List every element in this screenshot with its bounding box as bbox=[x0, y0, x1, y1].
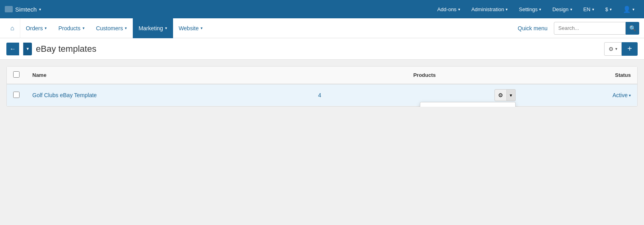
nav-settings[interactable]: Settings ▾ bbox=[514, 4, 546, 15]
nav-customers[interactable]: Customers ▾ bbox=[91, 18, 133, 38]
gear-caret: ▾ bbox=[615, 47, 617, 51]
back-dropdown-button[interactable]: ▼ bbox=[23, 43, 32, 55]
products-caret: ▾ bbox=[83, 26, 85, 30]
nav-marketing[interactable]: Marketing ▾ bbox=[133, 18, 173, 38]
nav-administration[interactable]: Administration ▾ bbox=[467, 4, 512, 15]
grid-icon bbox=[5, 6, 13, 12]
top-bar: Simtech ▾ Add-ons ▾ Administration ▾ Set… bbox=[0, 0, 644, 18]
nav-addons[interactable]: Add-ons ▾ bbox=[432, 4, 465, 15]
menu-item-export[interactable]: Export/Revise products on eBay bbox=[420, 102, 515, 107]
account-icon: 👤 bbox=[623, 6, 631, 13]
customers-caret: ▾ bbox=[125, 26, 127, 30]
row-name-cell: Golf Clubs eBay Template bbox=[26, 84, 312, 106]
table-row: Golf Clubs eBay Template 4 ⚙ ▼ bbox=[7, 84, 637, 106]
search-input[interactable] bbox=[554, 22, 626, 35]
status-active[interactable]: Active ▾ bbox=[528, 92, 631, 98]
gear-add-group: ⚙ ▾ + bbox=[604, 42, 638, 56]
template-name-link[interactable]: Golf Clubs eBay Template bbox=[32, 92, 97, 98]
language-caret: ▾ bbox=[592, 7, 594, 12]
row-checkbox[interactable] bbox=[13, 92, 20, 98]
status-caret: ▾ bbox=[629, 93, 631, 98]
gear-button[interactable]: ⚙ ▾ bbox=[604, 42, 622, 56]
nav-products[interactable]: Products ▾ bbox=[53, 18, 90, 38]
marketing-caret: ▾ bbox=[165, 26, 167, 30]
row-status-cell: Active ▾ bbox=[522, 84, 637, 106]
actions-column-header bbox=[442, 67, 522, 84]
design-caret: ▾ bbox=[570, 7, 572, 12]
nav-language[interactable]: EN ▾ bbox=[579, 4, 599, 15]
top-bar-right: Add-ons ▾ Administration ▾ Settings ▾ De… bbox=[432, 3, 639, 16]
status-column-header: Status bbox=[522, 67, 637, 84]
row-dropdown-menu: Export/Revise products on eBay End eBay … bbox=[420, 102, 516, 107]
table-header-row: Name Products Status bbox=[7, 67, 637, 84]
name-column-header: Name bbox=[26, 67, 312, 84]
nav-website[interactable]: Website ▾ bbox=[173, 18, 209, 38]
plus-icon: + bbox=[627, 44, 632, 53]
nav-currency[interactable]: $ ▾ bbox=[601, 4, 616, 15]
orders-caret: ▾ bbox=[45, 26, 47, 30]
page-title: eBay templates bbox=[36, 44, 600, 54]
products-column-header: Products bbox=[312, 67, 442, 84]
brand-name: Simtech bbox=[15, 6, 37, 13]
row-gear-button[interactable]: ⚙ bbox=[494, 89, 507, 101]
row-gear-group: ⚙ ▼ Export/Revise products on eBay End e… bbox=[449, 89, 516, 101]
ebay-templates-table: Name Products Status bbox=[7, 67, 637, 106]
table-container: Name Products Status bbox=[6, 66, 638, 107]
select-all-checkbox[interactable] bbox=[13, 71, 20, 78]
row-gear-caret-button[interactable]: ▼ bbox=[507, 89, 516, 101]
currency-caret: ▾ bbox=[610, 7, 612, 12]
nav-design[interactable]: Design ▾ bbox=[547, 4, 577, 15]
row-gear-icon: ⚙ bbox=[498, 92, 503, 98]
brand-caret: ▾ bbox=[39, 7, 41, 12]
account-caret: ▾ bbox=[632, 7, 634, 12]
website-caret: ▾ bbox=[201, 26, 203, 30]
products-count[interactable]: 4 bbox=[318, 92, 321, 98]
top-bar-left: Simtech ▾ bbox=[5, 6, 41, 13]
select-all-header bbox=[7, 67, 26, 84]
addons-caret: ▾ bbox=[458, 7, 460, 12]
quick-menu-link[interactable]: Quick menu bbox=[511, 25, 554, 31]
settings-caret: ▾ bbox=[539, 7, 541, 12]
nav-orders[interactable]: Orders ▾ bbox=[20, 18, 53, 38]
administration-caret: ▾ bbox=[506, 7, 508, 12]
search-button[interactable]: 🔍 bbox=[626, 22, 639, 35]
gear-icon: ⚙ bbox=[609, 46, 614, 52]
home-button[interactable]: ⌂ bbox=[5, 18, 20, 38]
page-header: ← ▼ eBay templates ⚙ ▾ + bbox=[0, 38, 644, 60]
back-button[interactable]: ← bbox=[6, 43, 19, 55]
row-checkbox-cell bbox=[7, 84, 26, 106]
row-actions-cell: ⚙ ▼ Export/Revise products on eBay End e… bbox=[442, 84, 522, 106]
secondary-nav: ⌂ Orders ▾ Products ▾ Customers ▾ Market… bbox=[0, 18, 644, 38]
add-button[interactable]: + bbox=[622, 42, 638, 56]
content: Name Products Status bbox=[0, 66, 644, 107]
brand[interactable]: Simtech ▾ bbox=[5, 6, 41, 13]
nav-account[interactable]: 👤 ▾ bbox=[618, 3, 639, 16]
